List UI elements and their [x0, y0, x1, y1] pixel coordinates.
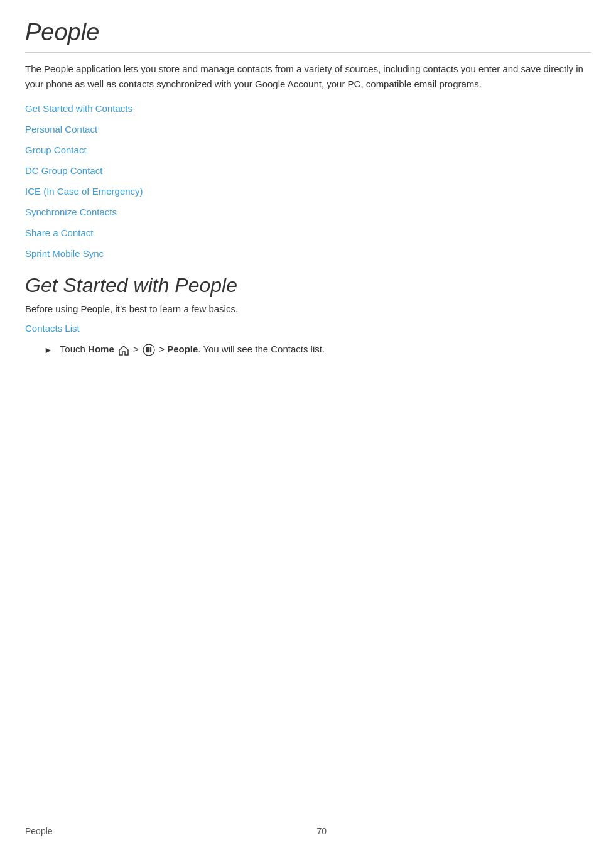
separator1: >	[133, 344, 141, 354]
section-intro: Before using People, it’s best to learn …	[25, 303, 591, 314]
page-title: People	[25, 19, 591, 53]
svg-point-2	[148, 347, 150, 349]
toc-link-personal-contact[interactable]: Personal Contact	[25, 124, 591, 134]
toc-link-share[interactable]: Share a Contact	[25, 227, 591, 238]
grid-icon	[143, 344, 155, 356]
toc-link-get-started[interactable]: Get Started with Contacts	[25, 103, 591, 114]
svg-point-7	[146, 351, 148, 353]
touch-prefix: Touch	[60, 344, 88, 354]
svg-point-5	[148, 349, 150, 351]
footer-left-label: People	[25, 826, 53, 836]
footer-page-number: 70	[53, 826, 591, 836]
home-bold-label: Home	[88, 344, 114, 354]
separator2: >	[159, 344, 167, 354]
section-title: Get Started with People	[25, 274, 591, 297]
toc-link-ice[interactable]: ICE (In Case of Emergency)	[25, 186, 591, 197]
svg-point-6	[150, 349, 152, 351]
instruction-item: ► Touch Home > > People. You will s	[44, 341, 591, 358]
svg-point-1	[146, 347, 148, 349]
toc-link-group-contact[interactable]: Group Contact	[25, 144, 591, 155]
svg-point-9	[150, 351, 152, 353]
subsection-title: Contacts List	[25, 323, 591, 334]
svg-point-8	[148, 351, 150, 353]
instruction-text: Touch Home > > People. You will see the …	[60, 341, 325, 357]
footer: People 70	[0, 826, 616, 836]
intro-paragraph: The People application lets you store an…	[25, 62, 591, 92]
home-icon	[118, 345, 129, 355]
toc-link-sprint-sync[interactable]: Sprint Mobile Sync	[25, 248, 591, 259]
toc-link-synchronize[interactable]: Synchronize Contacts	[25, 207, 591, 217]
people-bold-label: People	[167, 344, 198, 354]
toc-link-dc-group-contact[interactable]: DC Group Contact	[25, 165, 591, 176]
instruction-suffix: . You will see the Contacts list.	[198, 344, 325, 354]
svg-point-3	[150, 347, 152, 349]
svg-point-4	[146, 349, 148, 351]
bullet-arrow-icon: ►	[44, 343, 53, 358]
